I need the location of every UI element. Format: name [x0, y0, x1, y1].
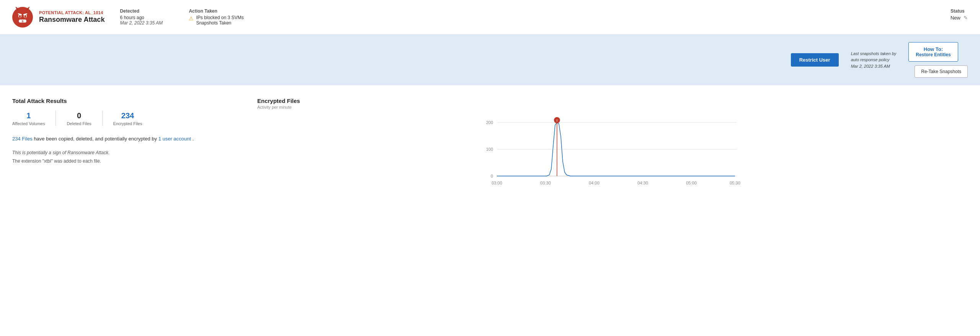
svg-text:200: 200	[486, 120, 493, 125]
status-value-row: New ✎	[951, 15, 968, 21]
stat-affected-number: 1	[26, 111, 31, 120]
how-to-button[interactable]: How To: Restore Entities	[908, 42, 958, 62]
snapshot-text-line1: Last snapshots taken by	[851, 51, 897, 56]
italic-note: This is potentially a sign of Ransomware…	[12, 150, 242, 155]
stat-affected-volumes: 1 Affected Volumes	[12, 111, 56, 126]
status-group: Status New ✎	[951, 8, 968, 21]
svg-text:03:00: 03:00	[492, 181, 502, 185]
warning-icon: ⚠	[189, 15, 194, 21]
action-right: How To: Restore Entities Re-Take Snapsho…	[908, 42, 968, 78]
retake-snapshots-button[interactable]: Re-Take Snapshots	[915, 65, 968, 78]
attack-icon: $	[12, 7, 33, 28]
action-taken-group: ⚠ IPs blocked on 3 SVMs Snapshots Taken	[189, 15, 243, 26]
svg-text:05:30: 05:30	[730, 181, 740, 185]
svg-text:$: $	[22, 20, 24, 23]
attack-title-group: POTENTIAL ATTACK: AL_1014 Ransomware Att…	[39, 10, 105, 24]
extension-note: The extension "xtbl" was added to each f…	[12, 158, 242, 164]
svg-point-4	[24, 15, 26, 18]
svg-text:0: 0	[491, 174, 493, 178]
stat-affected-label: Affected Volumes	[12, 121, 45, 126]
stat-encrypted-label: Encrypted Files	[113, 121, 142, 126]
left-panel: Total Attack Results 1 Affected Volumes …	[12, 98, 242, 207]
chart-title: Encrypted Files	[257, 98, 968, 104]
detected-time: 6 hours ago	[120, 15, 166, 20]
user-account-link[interactable]: 1 user account	[158, 136, 191, 142]
svg-text:!: !	[557, 119, 558, 122]
svg-point-3	[19, 15, 21, 18]
encrypted-files-chart: 200 100 0 03:00 03:30 04:00 04:30 05:00 …	[257, 116, 968, 207]
svg-text:05:00: 05:00	[686, 181, 697, 185]
description-text: 234 Files have been copied, deleted, and…	[12, 135, 242, 143]
snapshot-info: Last snapshots taken by auto response po…	[851, 51, 897, 70]
detected-group: Detected 6 hours ago Mar 2, 2022 3:35 AM	[120, 8, 166, 26]
snapshot-text-line2: auto response policy	[851, 57, 890, 62]
detected-label: Detected	[120, 8, 166, 14]
main-content: Total Attack Results 1 Affected Volumes …	[0, 85, 980, 220]
edit-icon[interactable]: ✎	[964, 15, 968, 21]
stat-deleted-label: Deleted Files	[67, 121, 91, 126]
how-to-sub-label: Restore Entities	[916, 52, 951, 57]
action-value: IPs blocked on 3 SVMs	[196, 15, 243, 20]
detected-date: Mar 2, 2022 3:35 AM	[120, 20, 166, 26]
chart-container: 200 100 0 03:00 03:30 04:00 04:30 05:00 …	[257, 116, 968, 207]
files-link[interactable]: 234 Files	[12, 136, 33, 142]
svg-text:04:00: 04:00	[589, 181, 599, 185]
action-group: Action Taken ⚠ IPs blocked on 3 SVMs Sna…	[189, 8, 243, 26]
stat-encrypted-number: 234	[121, 111, 134, 120]
stats-row: 1 Affected Volumes 0 Deleted Files 234 E…	[12, 111, 242, 126]
stat-deleted-files: 0 Deleted Files	[56, 111, 102, 126]
header-meta: Detected 6 hours ago Mar 2, 2022 3:35 AM…	[120, 8, 968, 26]
stat-encrypted-files: 234 Encrypted Files	[103, 111, 153, 126]
snapshot-date: Mar 2, 2022 3:35 AM	[851, 64, 890, 69]
status-text: New	[951, 15, 960, 21]
restrict-user-button[interactable]: Restrict User	[791, 53, 839, 67]
action-bar: Restrict User Last snapshots taken by au…	[0, 34, 980, 85]
svg-text:03:30: 03:30	[540, 181, 551, 185]
attack-name: Ransomware Attack	[39, 16, 105, 24]
description-end: .	[193, 136, 194, 142]
stat-deleted-number: 0	[77, 111, 81, 120]
attack-identity: $ POTENTIAL ATTACK: AL_1014 Ransomware A…	[12, 7, 105, 28]
action-value2: Snapshots Taken	[196, 20, 243, 26]
page-header: $ POTENTIAL ATTACK: AL_1014 Ransomware A…	[0, 0, 980, 34]
description-mid: have been copied, deleted, and potential…	[34, 136, 158, 142]
svg-point-0	[12, 7, 33, 28]
chart-subtitle: Activity per minute	[257, 105, 968, 109]
status-label: Status	[951, 8, 968, 14]
attack-label: POTENTIAL ATTACK: AL_1014	[39, 10, 105, 15]
how-to-label: How To:	[924, 46, 943, 52]
right-panel: Encrypted Files Activity per minute 200 …	[257, 98, 968, 207]
action-label: Action Taken	[189, 8, 243, 14]
svg-text:04:30: 04:30	[637, 181, 648, 185]
svg-text:100: 100	[486, 147, 493, 152]
results-title: Total Attack Results	[12, 98, 242, 104]
